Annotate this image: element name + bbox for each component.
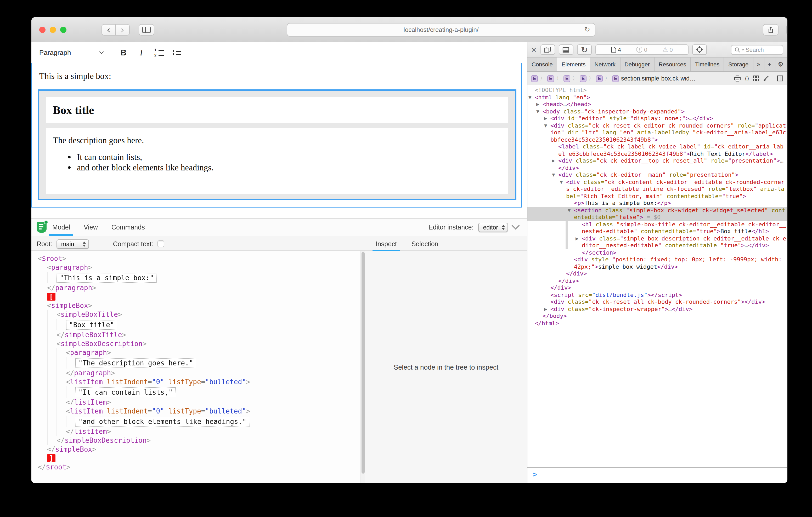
element-badge[interactable]: E — [547, 75, 554, 82]
dom-tree-row[interactable]: </body> — [527, 313, 787, 320]
model-tree-row[interactable]: <simpleBox> — [38, 301, 360, 310]
dom-tree-row[interactable]: ▶<div class="ck-inspector-wrapper">…</di… — [527, 306, 787, 313]
dom-tree-row[interactable]: ▶<div id="editor" style="display: none;"… — [527, 115, 787, 122]
address-bar[interactable]: localhost/creating-a-plugin/ ↻ — [287, 23, 596, 37]
resource-status-group[interactable]: 4 0 ⚠ 0 — [596, 44, 689, 55]
tab-overflow-button[interactable]: » — [753, 58, 764, 71]
model-tree-row[interactable]: "The description goes here." — [38, 357, 360, 368]
reload-page-button[interactable]: ↻ — [577, 44, 592, 55]
description-paragraph[interactable]: The description goes here. — [53, 135, 508, 146]
compact-text-checkbox[interactable] — [157, 240, 164, 247]
disclosure-closed-icon[interactable]: ▶ — [552, 157, 558, 164]
scrollbar-thumb[interactable] — [361, 252, 365, 474]
tab-resources[interactable]: Resources — [655, 58, 691, 71]
breadcrumb-current[interactable]: section.simple-box.ck-wid… — [621, 75, 696, 82]
sidebar-toggle-button[interactable] — [139, 24, 154, 35]
element-badge[interactable]: E — [596, 75, 603, 82]
dom-tree-row[interactable]: </div> — [527, 284, 787, 292]
disclosure-closed-icon[interactable]: ▶ — [576, 235, 582, 242]
paintbrush-icon[interactable] — [763, 75, 769, 82]
numbered-list-button[interactable]: 1 2 — [150, 48, 168, 57]
element-badge[interactable]: E — [612, 75, 619, 82]
model-tree-row[interactable]: </simpleBox> — [38, 445, 360, 454]
model-tree-row[interactable]: </simpleBoxTitle> — [38, 330, 360, 339]
reload-icon[interactable]: ↻ — [584, 26, 590, 33]
disclosure-open-icon[interactable]: ▼ — [560, 179, 566, 186]
model-tree-row[interactable]: <listItem listIndent="0" listType="bulle… — [38, 377, 360, 386]
dom-tree-row[interactable]: <label class="ck ck-label ck-voice-label… — [527, 143, 787, 157]
tab-model[interactable]: Model — [52, 218, 70, 236]
disclosure-open-icon[interactable]: ▼ — [552, 172, 558, 179]
element-badge[interactable]: E — [531, 75, 538, 82]
editor-instance-select[interactable]: editor — [478, 222, 508, 232]
disclosure-closed-icon[interactable]: ▶ — [544, 306, 550, 313]
settings-button[interactable]: ⚙ — [775, 58, 786, 71]
bulleted-list-button[interactable] — [168, 50, 186, 55]
model-tree-row[interactable]: </paragraph> — [38, 368, 360, 377]
details-sidebar-icon[interactable] — [777, 75, 783, 82]
code-brackets-icon[interactable]: ⟨⟩ — [745, 75, 749, 82]
model-tree-scrollbar[interactable] — [360, 251, 365, 483]
model-tree-row[interactable]: </simpleBoxDescription> — [38, 436, 360, 445]
dom-tree-row[interactable]: </div> — [527, 277, 787, 284]
root-select[interactable]: main — [57, 239, 89, 249]
tab-console[interactable]: Console — [527, 58, 557, 71]
model-tree-row[interactable]: "It can contain lists," — [38, 386, 360, 398]
disclosure-closed-icon[interactable]: ▶ — [544, 115, 550, 122]
dom-tree-row[interactable]: ▶<div class="ck ck-editor__top ck-reset_… — [527, 157, 787, 172]
forward-button[interactable]: › — [116, 24, 130, 35]
heading-dropdown[interactable]: Paragraph — [39, 49, 103, 57]
dom-tree-row[interactable]: ▼<div class="ck ck-reset ck-editor ck-ro… — [527, 122, 787, 143]
simple-box-description[interactable]: The description goes here. It can contai… — [46, 128, 508, 194]
model-tree-row[interactable]: </paragraph> — [38, 283, 360, 292]
element-badge[interactable]: E — [580, 75, 586, 82]
dom-tree-row[interactable]: <div style="position: fixed; top: 0px; l… — [527, 256, 787, 270]
disclosure-open-icon[interactable]: ▼ — [536, 108, 543, 115]
dock-bottom-button[interactable] — [559, 44, 573, 55]
model-tree-row[interactable]: </$root> — [38, 463, 360, 472]
close-devtools-button[interactable]: ✕ — [531, 46, 537, 54]
simple-box-title[interactable]: Box title — [46, 97, 508, 123]
disclosure-open-icon[interactable]: ▼ — [544, 122, 550, 129]
dom-tree-row[interactable]: <p>This is a simple box:</p> — [527, 200, 787, 207]
dom-tree-row[interactable]: <script src="dist/bundle.js"></script> — [527, 292, 787, 299]
add-tab-button[interactable]: + — [764, 58, 775, 71]
dom-tree-row[interactable]: <!DOCTYPE html> — [527, 87, 787, 94]
model-tree-row[interactable]: ] — [38, 454, 360, 463]
list-item[interactable]: and other block elements like headings. — [77, 162, 508, 173]
tab-selection[interactable]: Selection — [411, 236, 438, 251]
quick-console[interactable]: > — [527, 467, 787, 483]
simple-box-widget[interactable]: Box title The description goes here. It … — [38, 89, 516, 200]
tab-commands[interactable]: Commands — [111, 218, 145, 236]
tab-network[interactable]: Network — [590, 58, 620, 71]
dom-tree-row[interactable]: <h1 class="simple-box-title ck-editor__e… — [527, 221, 787, 235]
dom-tree-row[interactable]: ▼<section class="simple-box ck-widget ck… — [527, 207, 787, 221]
rich-text-editable[interactable]: This is a simple box: Box title The desc… — [31, 63, 522, 208]
model-tree-row[interactable]: [ — [38, 292, 360, 301]
model-tree-row[interactable]: "This is a simple box:" — [38, 272, 360, 283]
model-tree-row[interactable]: <listItem listIndent="0" listType="bulle… — [38, 407, 360, 416]
share-button[interactable] — [763, 24, 779, 35]
dom-tree-row[interactable]: ▼<body class="ck-inspector-body-expanded… — [527, 108, 787, 115]
disclosure-open-icon[interactable]: ▼ — [528, 94, 535, 101]
disclosure-open-icon[interactable]: ▼ — [568, 207, 574, 214]
zoom-window-button[interactable] — [60, 27, 66, 33]
devtools-search-field[interactable]: Search — [731, 45, 783, 55]
model-tree-row[interactable]: <simpleBoxTitle> — [38, 310, 360, 319]
model-tree-row[interactable]: <simpleBoxDescription> — [38, 339, 360, 348]
collapse-inspector-icon[interactable] — [512, 221, 520, 230]
tab-timelines[interactable]: Timelines — [691, 58, 724, 71]
disclosure-closed-icon[interactable]: ▶ — [536, 101, 543, 108]
model-tree-row[interactable]: "and other block elements like headings.… — [38, 416, 360, 427]
dom-tree-row[interactable]: ▶<head>…</head> — [527, 101, 787, 108]
tab-inspect[interactable]: Inspect — [376, 236, 397, 251]
tab-storage[interactable]: Storage — [724, 58, 753, 71]
intro-paragraph[interactable]: This is a simple box: — [39, 71, 521, 82]
model-tree-row[interactable]: <$root> — [38, 254, 360, 263]
dom-tree-row[interactable]: </section> — [527, 249, 787, 256]
tab-elements[interactable]: Elements — [557, 58, 590, 71]
model-tree-row[interactable]: <paragraph> — [38, 263, 360, 272]
print-icon[interactable] — [734, 75, 741, 82]
tab-debugger[interactable]: Debugger — [620, 58, 655, 71]
model-tree-row[interactable]: </listItem> — [38, 398, 360, 407]
